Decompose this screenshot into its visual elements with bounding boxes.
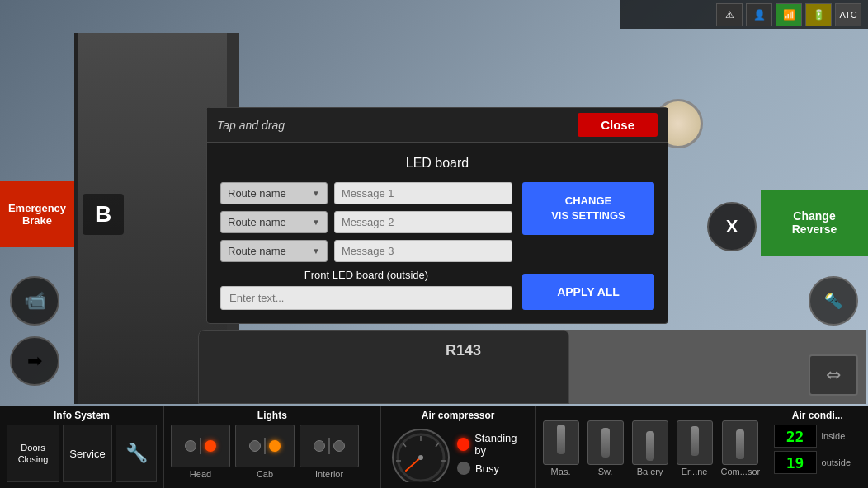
route-dropdown-arrow-2: ▼ — [312, 218, 320, 227]
busy-row: Busy — [457, 462, 529, 475]
ac-section: Air condi... 22 inside 19 outside — [767, 406, 868, 488]
arrows-icon: ⇔ — [826, 364, 841, 386]
settings-icon[interactable]: 🔦 — [809, 276, 858, 326]
route-dropdown-arrow-1: ▼ — [312, 189, 320, 198]
cab-light-group: Cab — [235, 425, 295, 479]
route-dropdown-arrow-3: ▼ — [312, 246, 320, 256]
head-light-dot-2 — [205, 440, 216, 452]
interior-light-dot-1 — [314, 440, 325, 452]
message-input-1[interactable] — [334, 182, 512, 204]
route-select-2[interactable]: Route name ▼ — [220, 211, 328, 233]
lever-compressor-img[interactable] — [722, 420, 758, 465]
dialog-body: LED board Route name ▼ document.querySel… — [207, 143, 668, 323]
busy-indicator — [457, 462, 470, 475]
levers-row: Mas. Sw. Ba.ery Er...ne — [543, 410, 760, 480]
battery-icon[interactable]: 🔋 — [805, 3, 832, 26]
lever-engine-label: Er...ne — [682, 467, 708, 476]
head-light-divider — [200, 438, 201, 454]
interior-light-label: Interior — [315, 469, 343, 479]
route-select-1-label: Route name — [228, 187, 286, 199]
info-system-title: Info System — [7, 410, 157, 421]
ac-title: Air condi... — [774, 410, 861, 421]
change-reverse-label: ChangeReverse — [792, 209, 837, 236]
service-button[interactable]: Service — [63, 425, 112, 482]
b-button[interactable]: B — [83, 194, 124, 235]
air-compressor-content: Standing by Busy — [388, 425, 529, 482]
message-input-2[interactable] — [334, 211, 512, 233]
ac-readings: 22 inside 19 outside — [774, 425, 861, 474]
lever-master-label: Mas. — [551, 467, 571, 476]
ac-inside-label: inside — [822, 431, 846, 441]
person-icon[interactable]: 👤 — [746, 3, 772, 26]
lever-battery: Ba.ery — [632, 420, 668, 476]
led-row-3: Route name ▼ — [220, 240, 512, 262]
led-board-dialog: Tap and drag Close LED board Route name … — [206, 107, 668, 324]
dialog-close-button[interactable]: Close — [578, 113, 658, 137]
atc-button[interactable]: ATC — [835, 3, 861, 26]
wrench-button[interactable]: 🔧 — [116, 425, 157, 482]
lights-section: Lights Head Cab — [164, 406, 381, 488]
head-light-dot-1 — [185, 440, 196, 452]
air-compressor-title: Air compressor — [422, 410, 495, 421]
train-dashboard — [198, 330, 569, 404]
apply-all-button[interactable]: APPLY ALL — [522, 274, 654, 310]
double-arrow-button[interactable]: ⇔ — [809, 354, 858, 396]
lever-sw-img[interactable] — [587, 420, 624, 465]
message-input-3[interactable] — [334, 240, 512, 262]
ac-outside-value: 19 — [774, 451, 817, 474]
air-status-indicators: Standing by Busy — [457, 432, 529, 475]
route-select-3[interactable]: Route name ▼ — [220, 240, 328, 262]
route-select-3-label: Route name — [228, 245, 286, 257]
camera-button[interactable]: 📹 — [10, 276, 59, 326]
interior-light-bar[interactable] — [300, 425, 359, 467]
change-vis-settings-button[interactable]: CHANGEVIS SETTINGS — [522, 182, 654, 235]
lever-master-img[interactable] — [543, 420, 579, 465]
ac-outside-label: outside — [822, 458, 851, 467]
info-system-buttons: DoorsClosing Service 🔧 — [7, 425, 157, 482]
levers-section: Mas. Sw. Ba.ery Er...ne — [536, 406, 767, 488]
doors-closing-button[interactable]: DoorsClosing — [7, 425, 59, 482]
dialog-title: LED board — [220, 156, 654, 171]
change-reverse-button[interactable]: ChangeReverse — [761, 190, 868, 256]
dialog-titlebar[interactable]: Tap and drag Close — [207, 108, 668, 143]
head-light-label: Head — [190, 469, 211, 479]
air-pressure-gauge — [388, 425, 451, 482]
bottom-bar: Info System DoorsClosing Service 🔧 Light… — [0, 406, 868, 488]
dialog-main-content: Route name ▼ document.querySelector('[da… — [220, 182, 654, 310]
standing-by-row: Standing by — [457, 432, 529, 457]
cab-light-divider — [264, 438, 266, 454]
x-button[interactable]: X — [707, 202, 757, 251]
camera-icon: 📹 — [24, 290, 46, 312]
dialog-right-panel: CHANGEVIS SETTINGS APPLY ALL — [522, 182, 654, 310]
route-select-1[interactable]: Route name ▼ — [220, 182, 328, 204]
lever-engine-img[interactable] — [677, 420, 713, 465]
lever-compressor: Com...sor — [721, 420, 761, 476]
cab-light-dot-2 — [269, 440, 281, 452]
lever-sw-handle — [601, 428, 610, 458]
front-led-input[interactable] — [220, 286, 512, 310]
lever-engine: Er...ne — [677, 420, 713, 476]
lever-compressor-handle — [736, 429, 744, 459]
interior-light-group: Interior — [300, 425, 359, 479]
svg-point-8 — [418, 455, 423, 460]
navigation-button[interactable]: ➡ — [10, 336, 59, 386]
emergency-brake-button[interactable]: EmergencyBrake — [0, 181, 74, 247]
lever-battery-label: Ba.ery — [637, 467, 663, 476]
nav-icon: ➡ — [27, 350, 42, 372]
interior-light-dot-2 — [333, 440, 345, 452]
signal-icon[interactable]: 📶 — [776, 3, 802, 26]
warning-icon[interactable]: ⚠ — [716, 3, 743, 26]
interior-light-divider — [328, 438, 330, 454]
dialog-left-panel: Route name ▼ document.querySelector('[da… — [220, 182, 512, 310]
cab-light-bar[interactable] — [235, 425, 295, 467]
emergency-brake-label: EmergencyBrake — [8, 202, 66, 227]
lights-buttons: Head Cab Interior — [171, 425, 374, 479]
front-led-label: Front LED board (outside) — [220, 269, 512, 281]
busy-label: Busy — [475, 462, 499, 475]
lever-battery-img[interactable] — [632, 420, 668, 465]
head-light-bar[interactable] — [171, 425, 230, 467]
route-select-2-label: Route name — [228, 216, 286, 228]
ac-inside-reading: 22 inside — [774, 425, 861, 448]
lights-title: Lights — [171, 410, 374, 421]
led-row-1: Route name ▼ document.querySelector('[da… — [220, 182, 512, 204]
